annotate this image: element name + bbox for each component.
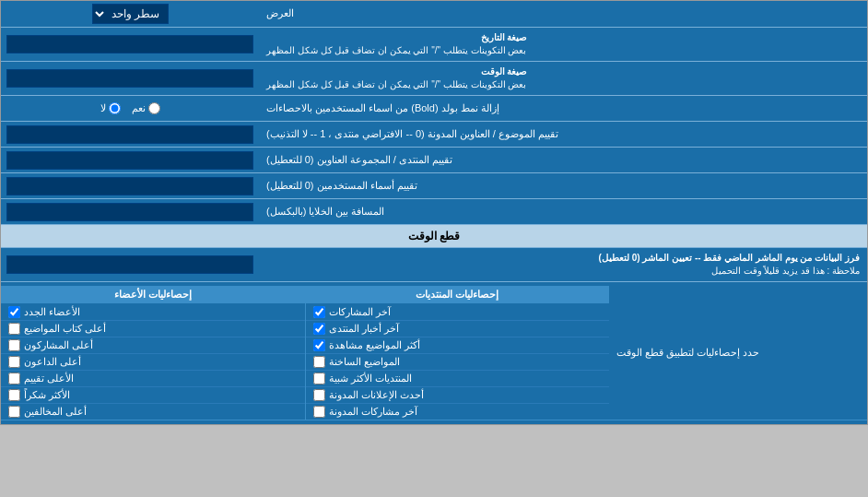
checkbox-col-forums-header: إحصاءليات المنتديات	[306, 286, 610, 304]
radio-yes-label[interactable]: نعم	[132, 102, 160, 114]
checkbox-item: أعلى المشاركون	[1, 337, 305, 354]
time-format-row: صيغة الوقت بعض التكوينات يتطلب "/" التي …	[1, 62, 867, 96]
subject-threads-row: تقييم الموضوع / العناوين المدونة (0 -- ا…	[1, 122, 867, 148]
checkbox-top-violators[interactable]	[8, 406, 20, 418]
checkbox-item: أحدث الإعلانات المدونة	[306, 387, 610, 404]
checkbox-blog-posts[interactable]	[313, 406, 325, 418]
checkbox-item: الأعضاء الجدد	[1, 304, 305, 321]
checkbox-new-members[interactable]	[8, 306, 20, 318]
date-format-input-cell: d-m	[1, 28, 259, 61]
usernames-label: تقييم أسماء المستخدمين (0 للتعطيل)	[259, 173, 867, 198]
cell-spacing-row: المسافة بين الخلايا (بالبكسل) 2	[1, 199, 867, 225]
time-format-label: صيغة الوقت بعض التكوينات يتطلب "/" التي …	[259, 62, 867, 95]
checkbox-item: آخر أخبار المنتدى	[306, 321, 610, 337]
checkbox-item: آخر مشاركات المدونة	[306, 404, 610, 420]
display-row: العرض سطر واحد	[1, 1, 867, 28]
display-input-cell: سطر واحد	[1, 1, 259, 27]
bold-remove-row: إزالة نمط بولد (Bold) من اسماء المستخدمي…	[1, 96, 867, 122]
display-label: العرض	[259, 1, 867, 27]
bold-remove-radio-cell: نعم لا	[1, 96, 259, 121]
forum-usergroup-input[interactable]: 33	[6, 151, 253, 170]
checkbox-col-forums: إحصاءليات المنتديات آخر المشاركات آخر أخ…	[305, 286, 610, 420]
checkbox-item: أعلى الداعون	[1, 354, 305, 371]
cell-spacing-input[interactable]: 2	[6, 203, 253, 221]
forum-usergroup-row: تقييم المنتدى / المجموعة العناوين (0 للت…	[1, 148, 867, 173]
radio-yes[interactable]	[148, 102, 160, 114]
time-format-input[interactable]: H:i	[6, 69, 253, 88]
checkboxes-cols: إحصاءليات المنتديات آخر المشاركات آخر أخ…	[1, 286, 609, 420]
bold-remove-label: إزالة نمط بولد (Bold) من اسماء المستخدمي…	[259, 96, 867, 121]
date-format-label: صيغة التاريخ بعض التكوينات يتطلب "/" الت…	[259, 28, 867, 61]
checkbox-item: المنتديات الأكثر شبية	[306, 371, 610, 387]
subject-threads-input[interactable]: 33	[6, 125, 253, 144]
cell-spacing-label: المسافة بين الخلايا (بالبكسل)	[259, 199, 867, 224]
checkbox-item: المواضيع الساخنة	[306, 354, 610, 371]
checkbox-hot-topics[interactable]	[313, 356, 325, 368]
checkbox-item: أعلى كتاب المواضيع	[1, 321, 305, 337]
time-cut-input-cell: 0	[1, 248, 259, 281]
subject-threads-input-cell: 33	[1, 122, 259, 147]
checkbox-item: أعلى المخالفين	[1, 404, 305, 420]
radio-no-label[interactable]: لا	[100, 102, 121, 114]
cell-spacing-input-cell: 2	[1, 199, 259, 224]
checkbox-item: آخر المشاركات	[306, 304, 610, 321]
subject-threads-label: تقييم الموضوع / العناوين المدونة (0 -- ا…	[259, 122, 867, 147]
checkbox-forum-news[interactable]	[313, 323, 325, 335]
usernames-input-cell: 0	[1, 173, 259, 198]
time-cut-row: فرز البيانات من يوم الماشر الماضي فقط --…	[1, 248, 867, 282]
time-cut-label: فرز البيانات من يوم الماشر الماضي فقط --…	[259, 248, 867, 281]
time-cut-input[interactable]: 0	[6, 255, 253, 274]
forum-usergroup-label: تقييم المنتدى / المجموعة العناوين (0 للت…	[259, 148, 867, 172]
checkbox-col-members: إحصاءليات الأعضاء الأعضاء الجدد أعلى كتا…	[1, 286, 305, 420]
radio-no[interactable]	[109, 102, 121, 114]
time-cut-header: قطع الوقت	[1, 225, 867, 248]
checkbox-highest-rated[interactable]	[8, 373, 20, 385]
display-select[interactable]: سطر واحد	[92, 4, 169, 24]
checkbox-top-inviters[interactable]	[8, 356, 20, 368]
checkboxes-section: حدد إحصاءليات لتطبيق قطع الوقت إحصاءليات…	[1, 282, 867, 424]
time-format-input-cell: H:i	[1, 62, 259, 95]
checkbox-popular-forums[interactable]	[313, 373, 325, 385]
checkbox-item: الأعلى تقييم	[1, 371, 305, 387]
usernames-row: تقييم أسماء المستخدمين (0 للتعطيل) 0	[1, 173, 867, 199]
checkbox-col-members-header: إحصاءليات الأعضاء	[1, 286, 305, 304]
checkbox-latest-posts[interactable]	[313, 306, 325, 318]
forum-usergroup-input-cell: 33	[1, 148, 259, 172]
checkbox-most-thanked[interactable]	[8, 389, 20, 401]
checkbox-latest-announcements[interactable]	[313, 389, 325, 401]
checkbox-top-posters[interactable]	[8, 339, 20, 351]
usernames-input[interactable]: 0	[6, 177, 253, 195]
apply-label: حدد إحصاءليات لتطبيق قطع الوقت	[609, 286, 867, 420]
checkbox-most-viewed[interactable]	[313, 339, 325, 351]
checkbox-item: أكثر المواضيع مشاهدة	[306, 337, 610, 354]
date-format-row: صيغة التاريخ بعض التكوينات يتطلب "/" الت…	[1, 28, 867, 62]
checkbox-top-thread-starters[interactable]	[8, 323, 20, 335]
checkbox-item: الأكثر شكراً	[1, 387, 305, 404]
date-format-input[interactable]: d-m	[6, 35, 253, 53]
